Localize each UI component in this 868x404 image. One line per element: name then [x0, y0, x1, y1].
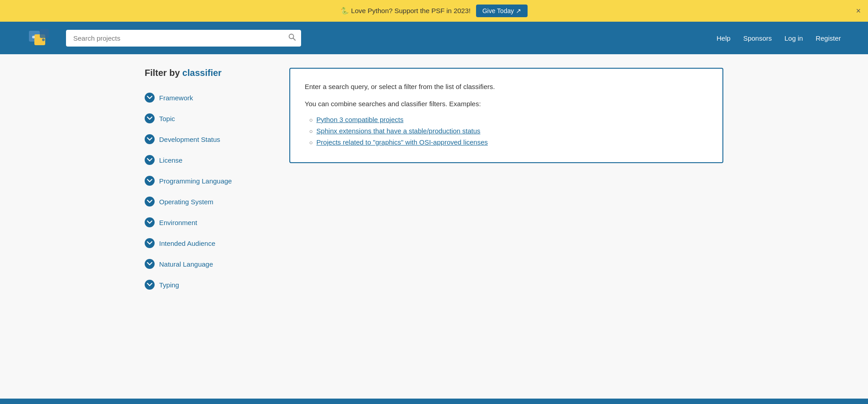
classifier-item-intended-audience[interactable]: Intended Audience — [145, 233, 271, 254]
svg-point-3 — [32, 36, 35, 38]
classifier-item-license[interactable]: License — [145, 150, 271, 170]
nav-register[interactable]: Register — [816, 34, 841, 42]
info-box: Enter a search query, or select a filter… — [289, 68, 723, 163]
chevron-down-icon — [145, 259, 155, 269]
classifier-label-operating-system[interactable]: Operating System — [159, 198, 213, 206]
classifier-list: Framework Topic Development Status Licen… — [145, 87, 271, 295]
example-item-0: Python 3 compatible projects — [309, 116, 708, 123]
chevron-down-icon — [145, 93, 155, 103]
sidebar: Filter by classifier Framework Topic Dev… — [145, 68, 271, 295]
classifier-label-intended-audience[interactable]: Intended Audience — [159, 240, 215, 247]
examples-list: Python 3 compatible projectsSphinx exten… — [305, 116, 708, 146]
chevron-down-icon — [145, 197, 155, 207]
info-paragraph-2: You can combine searches and classifier … — [305, 99, 708, 109]
banner-text: 🐍 Love Python? Support the PSF in 2023! — [340, 7, 471, 15]
nav-help[interactable]: Help — [717, 34, 731, 42]
banner-close-button[interactable]: × — [856, 7, 861, 15]
classifier-label-development-status[interactable]: Development Status — [159, 136, 220, 143]
search-icon — [288, 33, 296, 41]
site-logo[interactable] — [27, 25, 52, 51]
classifier-label-natural-language[interactable]: Natural Language — [159, 260, 213, 268]
nav-login[interactable]: Log in — [784, 34, 803, 42]
classifier-item-framework[interactable]: Framework — [145, 87, 271, 108]
classifier-item-development-status[interactable]: Development Status — [145, 129, 271, 150]
main-content: Filter by classifier Framework Topic Dev… — [118, 54, 750, 309]
classifier-label-topic[interactable]: Topic — [159, 115, 175, 122]
announcement-banner: 🐍 Love Python? Support the PSF in 2023! … — [0, 0, 868, 22]
chevron-down-icon — [145, 134, 155, 144]
search-button[interactable] — [283, 30, 301, 47]
svg-line-6 — [293, 38, 296, 41]
example-link-1[interactable]: Sphinx extensions that have a stable/pro… — [316, 127, 481, 135]
classifier-label-typing[interactable]: Typing — [159, 281, 179, 289]
nav-sponsors[interactable]: Sponsors — [743, 34, 772, 42]
classifier-item-topic[interactable]: Topic — [145, 108, 271, 129]
svg-rect-2 — [40, 29, 49, 38]
site-header: Help Sponsors Log in Register — [0, 22, 868, 54]
classifier-label-framework[interactable]: Framework — [159, 94, 193, 102]
example-item-2: Projects related to "graphics" with OSI-… — [309, 138, 708, 146]
example-link-0[interactable]: Python 3 compatible projects — [316, 116, 404, 123]
classifier-item-environment[interactable]: Environment — [145, 212, 271, 233]
classifier-item-natural-language[interactable]: Natural Language — [145, 254, 271, 274]
chevron-down-icon — [145, 238, 155, 248]
chevron-down-icon — [145, 176, 155, 186]
search-form[interactable] — [66, 30, 301, 47]
svg-point-4 — [42, 38, 45, 41]
chevron-down-icon — [145, 155, 155, 165]
example-item-1: Sphinx extensions that have a stable/pro… — [309, 127, 708, 135]
example-link-2[interactable]: Projects related to "graphics" with OSI-… — [316, 138, 488, 146]
classifier-item-operating-system[interactable]: Operating System — [145, 191, 271, 212]
header-nav: Help Sponsors Log in Register — [717, 34, 841, 42]
classifier-label-license[interactable]: License — [159, 156, 183, 164]
classifier-label-programming-language[interactable]: Programming Language — [159, 177, 232, 185]
classifier-label-environment[interactable]: Environment — [159, 219, 197, 226]
classifier-link[interactable]: classifier — [182, 68, 222, 78]
classifier-item-programming-language[interactable]: Programming Language — [145, 170, 271, 191]
classifier-item-typing[interactable]: Typing — [145, 274, 271, 295]
search-input[interactable] — [66, 30, 301, 47]
chevron-down-icon — [145, 217, 155, 227]
sidebar-title: Filter by classifier — [145, 68, 271, 78]
chevron-down-icon — [145, 113, 155, 123]
give-today-button[interactable]: Give Today ↗ — [476, 5, 528, 17]
info-paragraph-1: Enter a search query, or select a filter… — [305, 81, 708, 92]
chevron-down-icon — [145, 280, 155, 290]
